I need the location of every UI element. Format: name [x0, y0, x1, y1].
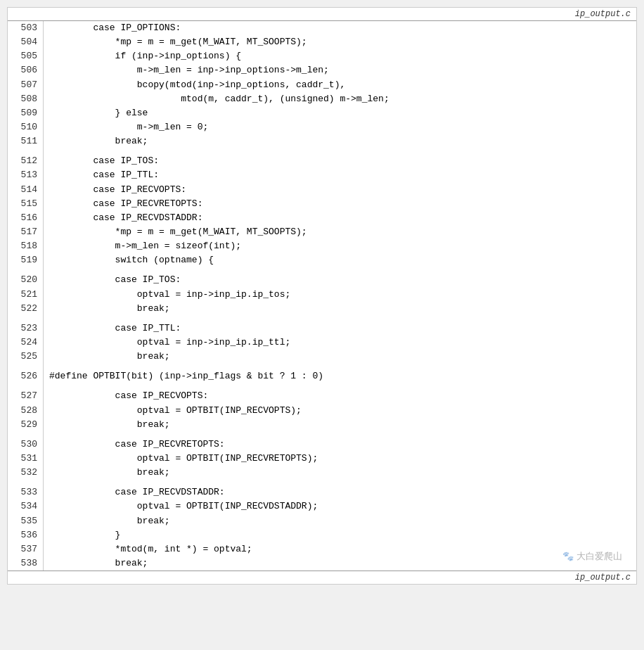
line-number — [8, 364, 43, 369]
line-code: optval = inp->inp_ip.ip_ttl; — [44, 336, 636, 350]
code-line: 525 break; — [8, 350, 636, 364]
code-line — [8, 267, 636, 273]
line-number: 503 — [8, 21, 43, 35]
line-number: 504 — [8, 35, 43, 49]
code-line: 520 case IP_TOS: — [8, 273, 636, 287]
code-line — [8, 316, 636, 321]
line-code: optval = OPTBIT(INP_RECVDSTADDR); — [44, 499, 636, 514]
code-line: 510 m->m_len = 0; — [8, 120, 636, 134]
line-number: 534 — [8, 499, 43, 514]
line-number: 537 — [8, 542, 43, 556]
code-line: 519 switch (optname) { — [8, 253, 636, 267]
line-code: break; — [44, 302, 636, 316]
code-line — [8, 432, 636, 438]
line-code — [44, 364, 636, 369]
line-number: 508 — [8, 92, 43, 106]
code-line: 508 mtod(m, caddr_t), (unsigned) m->m_le… — [8, 92, 636, 106]
line-code: case IP_TOS: — [44, 154, 636, 168]
code-line: 503 case IP_OPTIONS: — [8, 21, 636, 35]
line-number — [8, 267, 43, 273]
line-number: 535 — [8, 514, 43, 528]
line-number: 522 — [8, 302, 43, 316]
code-line: 526 #define OPTBIT(bit) (inp->inp_flags … — [8, 369, 636, 383]
line-code: } — [44, 528, 636, 542]
line-number: 510 — [8, 120, 43, 134]
line-code: case IP_RECVDSTADDR: — [44, 211, 636, 225]
line-code: case IP_TTL: — [44, 168, 636, 182]
code-line: 528 optval = OPTBIT(INP_RECVOPTS); — [8, 404, 636, 418]
code-line: 523 case IP_TTL: — [8, 321, 636, 336]
line-code: bcopy(mtod(inp->inp_options, caddr_t), — [44, 78, 636, 92]
line-number — [8, 480, 43, 485]
code-line — [8, 364, 636, 369]
line-code: #define OPTBIT(bit) (inp->inp_flags & bi… — [44, 369, 636, 383]
line-number: 528 — [8, 404, 43, 418]
line-code: case IP_RECVRETOPTS: — [44, 438, 636, 452]
line-code — [44, 383, 636, 389]
code-line — [8, 383, 636, 389]
code-line: 506 m->m_len = inp->inp_options->m_len; — [8, 63, 636, 77]
line-code: } else — [44, 106, 636, 120]
line-code — [44, 148, 636, 154]
code-line: 512 case IP_TOS: — [8, 154, 636, 168]
line-number: 529 — [8, 418, 43, 432]
line-number: 532 — [8, 466, 43, 480]
line-number: 517 — [8, 225, 43, 239]
line-code: m->m_len = sizeof(int); — [44, 239, 636, 253]
line-number: 523 — [8, 321, 43, 336]
line-number: 538 — [8, 556, 43, 571]
code-line: 533 case IP_RECVDSTADDR: — [8, 485, 636, 499]
line-code: m->m_len = 0; — [44, 120, 636, 134]
line-code — [44, 267, 636, 273]
line-number: 530 — [8, 438, 43, 452]
line-code: *mp = m = m_get(M_WAIT, MT_SOOPTS); — [44, 225, 636, 239]
line-code: m->m_len = inp->inp_options->m_len; — [44, 63, 636, 77]
code-line: 522 break; — [8, 302, 636, 316]
line-number: 511 — [8, 134, 43, 148]
line-code: mtod(m, caddr_t), (unsigned) m->m_len; — [44, 92, 636, 106]
line-code: case IP_RECVRETOPTS: — [44, 197, 636, 211]
line-number: 518 — [8, 239, 43, 253]
code-line: 507 bcopy(mtod(inp->inp_options, caddr_t… — [8, 78, 636, 92]
line-code: case IP_TOS: — [44, 273, 636, 287]
line-code: *mp = m = m_get(M_WAIT, MT_SOOPTS); — [44, 35, 636, 49]
line-number: 514 — [8, 183, 43, 197]
line-code — [44, 432, 636, 438]
line-code — [44, 480, 636, 485]
code-line: 509 } else — [8, 106, 636, 120]
line-number: 505 — [8, 49, 43, 63]
code-line: 537 *mtod(m, int *) = optval; — [8, 542, 636, 556]
line-number: 536 — [8, 528, 43, 542]
line-code: switch (optname) { — [44, 253, 636, 267]
line-number — [8, 383, 43, 389]
line-number: 526 — [8, 369, 43, 383]
line-number: 506 — [8, 63, 43, 77]
line-number: 515 — [8, 197, 43, 211]
line-number: 527 — [8, 389, 43, 403]
code-table: 503 case IP_OPTIONS:504 *mp = m = m_get(… — [8, 21, 636, 571]
line-code: break; — [44, 514, 636, 528]
line-number — [8, 316, 43, 321]
filename-top: ip_output.c — [575, 9, 631, 19]
line-code: case IP_OPTIONS: — [44, 21, 636, 35]
code-line: 532 break; — [8, 466, 636, 480]
code-line: 538 break; — [8, 556, 636, 571]
code-line: 511 break; — [8, 134, 636, 148]
code-viewer: ip_output.c 503 case IP_OPTIONS:504 *mp … — [7, 7, 637, 585]
line-number: 520 — [8, 273, 43, 287]
code-line: 504 *mp = m = m_get(M_WAIT, MT_SOOPTS); — [8, 35, 636, 49]
code-line: 514 case IP_RECVOPTS: — [8, 183, 636, 197]
code-line: 516 case IP_RECVDSTADDR: — [8, 211, 636, 225]
line-code: optval = OPTBIT(INP_RECVRETOPTS); — [44, 452, 636, 466]
line-number: 521 — [8, 288, 43, 302]
code-line: 535 break; — [8, 514, 636, 528]
code-line: 513 case IP_TTL: — [8, 168, 636, 182]
line-code: break; — [44, 466, 636, 480]
line-number: 525 — [8, 350, 43, 364]
line-number — [8, 148, 43, 154]
line-code: break; — [44, 418, 636, 432]
code-line: 534 optval = OPTBIT(INP_RECVDSTADDR); — [8, 499, 636, 514]
line-code: case IP_RECVOPTS: — [44, 183, 636, 197]
line-number: 519 — [8, 253, 43, 267]
line-number: 516 — [8, 211, 43, 225]
